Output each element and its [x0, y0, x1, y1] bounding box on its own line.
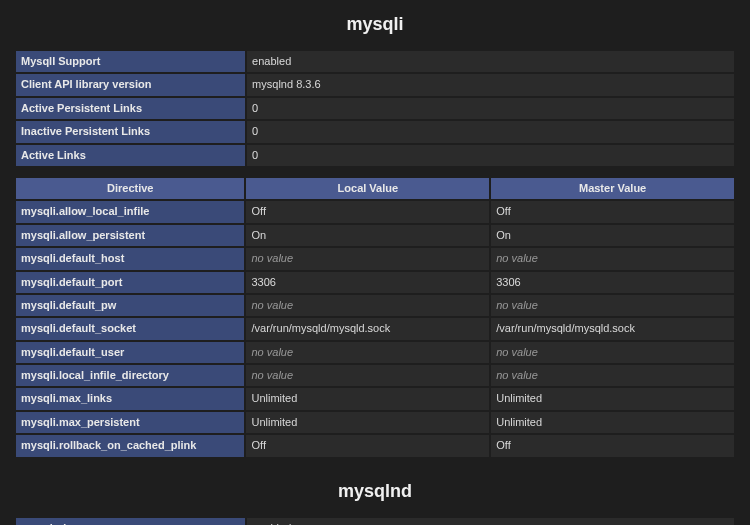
directive-master-value: no value — [491, 248, 734, 269]
directive-master-value: no value — [491, 342, 734, 363]
directive-key: mysqli.default_socket — [16, 318, 244, 339]
directive-key: mysqli.default_port — [16, 272, 244, 293]
table-row: mysqli.max_persistentUnlimitedUnlimited — [16, 412, 734, 433]
directive-master-value: no value — [491, 295, 734, 316]
directive-key: mysqli.allow_persistent — [16, 225, 244, 246]
row-key: Active Links — [16, 145, 245, 166]
table-row: Inactive Persistent Links0 — [16, 121, 734, 142]
row-key: mysqlnd — [16, 518, 245, 525]
directive-master-value: 3306 — [491, 272, 734, 293]
directive-master-value: /var/run/mysqld/mysqld.sock — [491, 318, 734, 339]
row-value: mysqlnd 8.3.6 — [247, 74, 734, 95]
directive-key: mysqli.max_links — [16, 388, 244, 409]
row-value: enabled — [247, 51, 734, 72]
directive-local-value: On — [246, 225, 489, 246]
directive-master-value: Off — [491, 201, 734, 222]
directive-key: mysqli.rollback_on_cached_plink — [16, 435, 244, 456]
table-row: MysqlI Supportenabled — [16, 51, 734, 72]
directive-local-value: Unlimited — [246, 412, 489, 433]
table-row: mysqli.default_pwno valueno value — [16, 295, 734, 316]
directive-local-value: Off — [246, 201, 489, 222]
row-key: Active Persistent Links — [16, 98, 245, 119]
table-row: Client API library versionmysqlnd 8.3.6 — [16, 74, 734, 95]
directive-local-value: no value — [246, 342, 489, 363]
col-local-value: Local Value — [246, 178, 489, 199]
col-master-value: Master Value — [491, 178, 734, 199]
table-row: mysqlndenabled — [16, 518, 734, 525]
row-value: 0 — [247, 98, 734, 119]
directive-local-value: Off — [246, 435, 489, 456]
table-row: mysqli.default_hostno valueno value — [16, 248, 734, 269]
directive-key: mysqli.allow_local_infile — [16, 201, 244, 222]
col-directive: Directive — [16, 178, 244, 199]
directive-key: mysqli.default_host — [16, 248, 244, 269]
row-key: Client API library version — [16, 74, 245, 95]
directive-master-value: Off — [491, 435, 734, 456]
table-row: mysqli.default_userno valueno value — [16, 342, 734, 363]
directive-key: mysqli.local_infile_directory — [16, 365, 244, 386]
directive-master-value: Unlimited — [491, 388, 734, 409]
directive-local-value: Unlimited — [246, 388, 489, 409]
directive-local-value: 3306 — [246, 272, 489, 293]
row-value: 0 — [247, 121, 734, 142]
info-table-mysqli: MysqlI SupportenabledClient API library … — [14, 49, 736, 168]
table-row: mysqli.local_infile_directoryno valueno … — [16, 365, 734, 386]
table-row: mysqli.max_linksUnlimitedUnlimited — [16, 388, 734, 409]
directive-key: mysqli.max_persistent — [16, 412, 244, 433]
table-row: mysqli.rollback_on_cached_plinkOffOff — [16, 435, 734, 456]
directive-local-value: /var/run/mysqld/mysqld.sock — [246, 318, 489, 339]
directive-local-value: no value — [246, 248, 489, 269]
row-value: 0 — [247, 145, 734, 166]
row-value: enabled — [247, 518, 734, 525]
directive-key: mysqli.default_pw — [16, 295, 244, 316]
directive-master-value: no value — [491, 365, 734, 386]
row-key: Inactive Persistent Links — [16, 121, 245, 142]
table-row: mysqli.default_socket/var/run/mysqld/mys… — [16, 318, 734, 339]
directive-master-value: Unlimited — [491, 412, 734, 433]
info-table-mysqlnd: mysqlndenabledVersionmysqlnd 8.3.6Compre… — [14, 516, 736, 525]
row-key: MysqlI Support — [16, 51, 245, 72]
table-row: mysqli.allow_persistentOnOn — [16, 225, 734, 246]
directive-local-value: no value — [246, 295, 489, 316]
directive-key: mysqli.default_user — [16, 342, 244, 363]
table-row: mysqli.default_port33063306 — [16, 272, 734, 293]
directive-local-value: no value — [246, 365, 489, 386]
table-row: mysqli.allow_local_infileOffOff — [16, 201, 734, 222]
section-heading-mysqlnd: mysqlnd — [14, 467, 736, 516]
directive-master-value: On — [491, 225, 734, 246]
section-heading-mysqli: mysqli — [14, 0, 736, 49]
table-row: Active Persistent Links0 — [16, 98, 734, 119]
table-row: Active Links0 — [16, 145, 734, 166]
directive-table-mysqli: Directive Local Value Master Value mysql… — [14, 176, 736, 459]
